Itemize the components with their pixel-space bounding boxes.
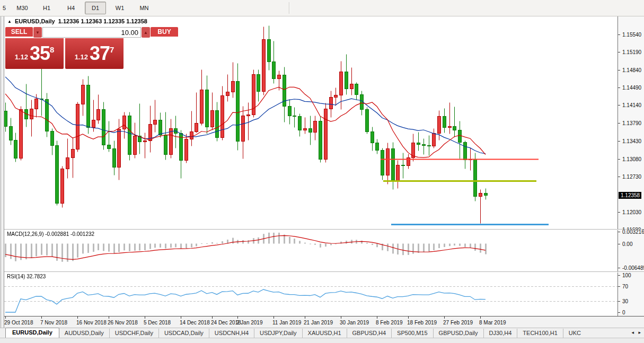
volume-increase-button[interactable]: ▲ xyxy=(142,27,150,38)
price-tick-label: 1.15190 xyxy=(622,49,641,55)
macd-canvas[interactable] xyxy=(4,230,617,271)
chart-tab-bar: EURUSD,DailyAUDUSD,DailyUSDCHF,DailyUSDC… xyxy=(0,328,644,338)
time-tick xyxy=(41,316,42,319)
time-tick xyxy=(145,316,145,319)
buy-button[interactable]: BUY xyxy=(151,27,178,38)
chart-tab-eurusd-daily[interactable]: EURUSD,Daily xyxy=(5,328,59,338)
sell-button[interactable]: SELL xyxy=(5,27,33,38)
sell-price-big: 35 xyxy=(30,42,50,65)
collapse-arrow-icon[interactable]: ▲ xyxy=(7,19,12,24)
time-tick-label: 8 Mar 2019 xyxy=(479,320,506,326)
time-tick xyxy=(480,316,481,319)
price-tick-label: 1.13430 xyxy=(622,138,641,144)
rsi-panel: RSI(14) 32.7823 10070300 xyxy=(4,272,644,316)
price-tick-label: 1.15540 xyxy=(622,32,641,38)
time-tick-label: 27 Feb 2019 xyxy=(443,320,473,326)
macd-tick xyxy=(618,244,620,244)
chart-symbol-label: EURUSD,Daily xyxy=(15,18,55,24)
timeframe-button-d1[interactable]: D1 xyxy=(85,2,106,14)
chart-tab-xauusd-h1[interactable]: XAUUSD,H1 xyxy=(303,329,347,338)
chart-tab-tech100-h1[interactable]: TECH100,H1 xyxy=(517,329,563,338)
rsi-axis: 10070300 xyxy=(617,272,644,316)
chart-tab-gbpusd-h4[interactable]: GBPUSD,H4 xyxy=(347,329,392,338)
price-tick xyxy=(618,105,620,105)
macd-axis: 0.0032160.00-0.006485 xyxy=(617,230,644,271)
rsi-tick xyxy=(618,275,620,276)
rsi-label: RSI(14) 32.7823 xyxy=(7,274,46,279)
time-tick xyxy=(181,316,181,319)
timeframe-button-w1[interactable]: W1 xyxy=(109,2,130,14)
chart-tab-usdchf-daily[interactable]: USDCHF,Daily xyxy=(110,329,159,338)
window-left-edge xyxy=(0,16,4,328)
price-tick xyxy=(618,87,620,88)
chart-tab-usdcnh-h4[interactable]: USDCNH,H4 xyxy=(209,329,254,338)
price-tick xyxy=(618,212,620,213)
price-tick xyxy=(618,52,620,52)
macd-tick-label: 0.003216 xyxy=(622,229,644,235)
sell-price-pip: 8 xyxy=(50,45,54,54)
chart-ohlc-values: 1.12336 1.12363 1.12335 1.12358 xyxy=(58,18,147,24)
tab-scroll-arrows[interactable]: ◂ ▸ xyxy=(631,330,642,335)
timeframe-button-mn[interactable]: MN xyxy=(134,2,155,14)
price-tick xyxy=(618,34,620,35)
time-tick xyxy=(274,316,274,319)
time-tick xyxy=(444,316,445,319)
time-tick xyxy=(237,316,238,319)
one-click-trade-panel: SELL ▼ ▲ BUY 1.12 35 8 1.12 37 7 xyxy=(5,27,123,69)
chart-tab-sp500-m15[interactable]: SP500,M15 xyxy=(392,329,433,338)
macd-tick-label: 0.00 xyxy=(622,241,632,247)
timeframe-button-h1[interactable]: H1 xyxy=(36,2,57,14)
sell-price-prefix: 1.12 xyxy=(15,53,28,61)
time-tick-label: 21 Jan 2019 xyxy=(304,320,333,326)
price-tick xyxy=(618,123,620,124)
price-panel: ▲ EURUSD,Daily 1.12336 1.12363 1.12335 1… xyxy=(4,16,644,229)
time-tick-label: 11 Jan 2019 xyxy=(272,320,301,326)
bottom-scrollbar[interactable] xyxy=(0,338,644,343)
time-tick xyxy=(305,316,305,319)
buy-price-prefix: 1.12 xyxy=(75,53,88,61)
time-tick-label: 7 Nov 2018 xyxy=(40,320,67,326)
chart-tab-dj30-h4[interactable]: DJ30,H4 xyxy=(484,329,518,338)
chart-tab-ukc[interactable]: UKC xyxy=(563,329,586,338)
macd-tick xyxy=(618,268,620,268)
price-tick-label: 1.12730 xyxy=(622,174,641,180)
chart-tab-usdcad-daily[interactable]: USDCAD,Daily xyxy=(159,329,209,338)
rsi-tick-label: 70 xyxy=(622,284,628,289)
price-axis: 1.12358 1.155401.151901.148401.144901.14… xyxy=(617,16,644,229)
chart-tab-gbpusd-daily[interactable]: GBPUSD,Daily xyxy=(434,329,484,338)
time-tick-label: 30 Jan 2019 xyxy=(340,320,369,326)
macd-tick-label: -0.006485 xyxy=(622,265,644,271)
time-tick xyxy=(212,316,213,319)
time-tick xyxy=(77,316,78,319)
time-tick-label: 8 Feb 2019 xyxy=(376,320,403,326)
rsi-tick-label: 30 xyxy=(622,298,628,304)
timeframe-button-h4[interactable]: H4 xyxy=(60,2,82,14)
price-tick xyxy=(618,70,620,71)
rsi-canvas[interactable] xyxy=(4,272,617,316)
time-tick xyxy=(109,316,109,319)
price-tick-label: 1.14490 xyxy=(622,85,641,91)
macd-tick xyxy=(618,232,620,232)
chart-tab-audusd-daily[interactable]: AUDUSD,Daily xyxy=(59,329,110,338)
volume-input[interactable] xyxy=(42,27,141,38)
price-tick-label: 1.13080 xyxy=(622,156,641,162)
time-tick-label: 5 Dec 2018 xyxy=(144,320,171,326)
chart-tab-usdjpy-daily[interactable]: USDJPY,Daily xyxy=(254,329,303,338)
timeframe-button-m30[interactable]: M30 xyxy=(12,2,33,14)
time-tick-label: 14 Dec 2018 xyxy=(180,320,210,326)
chart-window: ▲ EURUSD,Daily 1.12336 1.12363 1.12335 1… xyxy=(4,16,644,328)
volume-decrease-button[interactable]: ▼ xyxy=(33,27,42,38)
rsi-tick xyxy=(618,312,620,313)
timeframe-button-5[interactable]: 5 xyxy=(0,2,8,14)
buy-price-box[interactable]: 1.12 37 7 xyxy=(65,38,123,69)
time-tick-label: 26 Nov 2018 xyxy=(108,320,138,326)
toolbar-separator xyxy=(289,2,290,14)
price-tick-label: 1.14840 xyxy=(622,67,641,73)
sell-price-box[interactable]: 1.12 35 8 xyxy=(5,38,64,69)
time-tick-label: 2 Jan 2019 xyxy=(236,320,263,326)
price-tick-label: 1.13790 xyxy=(622,120,641,126)
rsi-tick xyxy=(618,301,620,302)
buy-price-pip: 7 xyxy=(110,45,114,54)
rsi-tick-label: 0 xyxy=(622,310,625,315)
rsi-tick xyxy=(618,286,620,287)
